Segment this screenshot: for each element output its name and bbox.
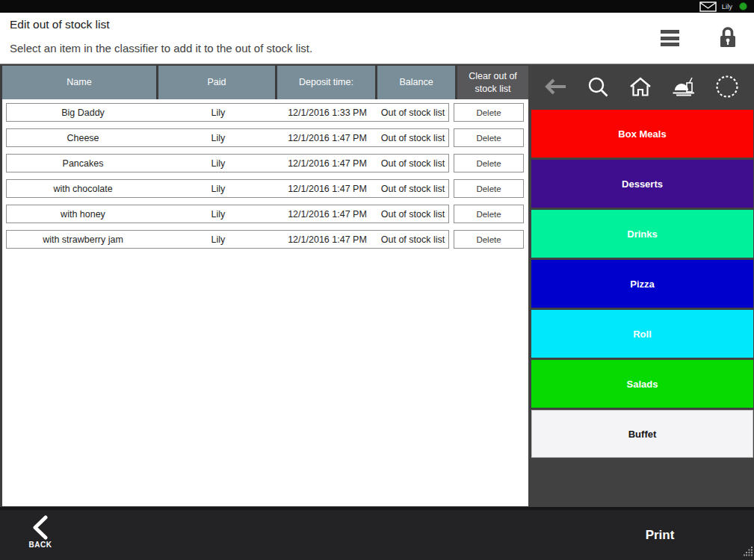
row-paid: Lily — [159, 184, 277, 194]
category-button[interactable]: Drinks — [531, 210, 753, 258]
resize-grip-icon[interactable] — [744, 546, 753, 559]
back-arrow-icon[interactable] — [543, 77, 568, 96]
system-tray-bar: Lily — [0, 0, 754, 13]
online-status-dot — [739, 2, 747, 10]
row-paid: Lily — [159, 209, 277, 220]
category-button[interactable]: Desserts — [531, 160, 753, 208]
row-deposit-time: 12/1/2016 1:33 PM — [277, 108, 377, 118]
row-name: Pancakes — [7, 158, 159, 169]
category-button[interactable]: Buffet — [531, 410, 753, 458]
lock-icon — [718, 26, 738, 49]
row-box: Cheese Lily 12/1/2016 1:47 PM Out of sto… — [6, 128, 449, 147]
row-deposit-time: 12/1/2016 1:47 PM — [277, 234, 377, 245]
bottom-bar: BACK Print — [0, 507, 754, 560]
column-header-balance: Balance — [377, 66, 457, 99]
delete-button[interactable]: Delete — [454, 205, 524, 223]
print-button[interactable]: Print — [605, 510, 714, 560]
row-paid: Lily — [159, 133, 277, 143]
row-box: Pancakes Lily 12/1/2016 1:47 PM Out of s… — [6, 154, 449, 172]
delete-button[interactable]: Delete — [454, 230, 524, 249]
table-row: with chocolate Lily 12/1/2016 1:47 PM Ou… — [6, 179, 528, 198]
row-balance: Out of stock list — [377, 184, 448, 194]
delete-button[interactable]: Delete — [454, 128, 524, 147]
logged-in-user: Lily — [722, 2, 732, 10]
row-balance: Out of stock list — [377, 158, 448, 169]
out-of-stock-table: Name Paid Deposit time: Balance Clear ou… — [2, 66, 528, 506]
hamburger-bar — [661, 43, 679, 46]
row-name: Big Daddy — [7, 108, 159, 118]
table-row: Big Daddy Lily 12/1/2016 1:33 PM Out of … — [6, 103, 528, 122]
column-header-deposit-time: Deposit time: — [277, 66, 377, 99]
home-icon[interactable] — [628, 76, 652, 97]
row-name: Cheese — [7, 133, 159, 143]
delete-button[interactable]: Delete — [454, 154, 524, 172]
hamburger-menu-button[interactable] — [661, 30, 679, 46]
meal-icon[interactable] — [672, 76, 696, 97]
page-title: Edit out of stock list — [10, 18, 110, 31]
row-box: with chocolate Lily 12/1/2016 1:47 PM Ou… — [6, 179, 449, 198]
row-name: with strawberry jam — [7, 234, 159, 245]
row-box: with honey Lily 12/1/2016 1:47 PM Out of… — [6, 205, 449, 223]
category-button[interactable]: Box Meals — [531, 110, 753, 158]
column-header-name: Name — [2, 66, 158, 99]
row-balance: Out of stock list — [377, 209, 448, 220]
page-header: Edit out of stock list Select an item in… — [0, 13, 754, 64]
row-balance: Out of stock list — [377, 108, 448, 118]
clear-out-of-stock-list-button[interactable]: Clear out of stock list — [457, 66, 528, 99]
row-deposit-time: 12/1/2016 1:47 PM — [277, 133, 377, 143]
row-name: with honey — [7, 209, 159, 220]
chevron-left-icon — [31, 515, 49, 540]
search-icon[interactable] — [587, 75, 609, 98]
row-deposit-time: 12/1/2016 1:47 PM — [277, 184, 377, 194]
row-deposit-time: 12/1/2016 1:47 PM — [277, 209, 377, 220]
row-paid: Lily — [159, 108, 277, 118]
delete-button[interactable]: Delete — [454, 103, 524, 122]
category-button[interactable]: Pizza — [531, 260, 753, 308]
category-button[interactable]: Roll — [531, 310, 753, 358]
row-paid: Lily — [159, 234, 277, 245]
delete-button[interactable]: Delete — [454, 179, 524, 198]
page-subtitle: Select an item in the classifier to add … — [10, 42, 312, 55]
hamburger-bar — [661, 30, 679, 34]
hamburger-bar — [661, 37, 679, 40]
lock-button[interactable] — [718, 26, 738, 49]
row-balance: Out of stock list — [377, 234, 448, 245]
row-name: with chocolate — [7, 184, 159, 194]
category-button[interactable]: Salads — [531, 360, 753, 408]
category-list: Box MealsDessertsDrinksPizzaRollSaladsBu… — [528, 108, 754, 458]
row-box: Big Daddy Lily 12/1/2016 1:33 PM Out of … — [6, 103, 449, 122]
row-deposit-time: 12/1/2016 1:47 PM — [277, 158, 377, 169]
back-button[interactable]: BACK — [18, 515, 63, 549]
envelope-icon[interactable] — [699, 1, 717, 12]
table-body: Big Daddy Lily 12/1/2016 1:33 PM Out of … — [2, 99, 528, 249]
table-row: Pancakes Lily 12/1/2016 1:47 PM Out of s… — [6, 154, 528, 172]
dashed-circle-icon[interactable] — [714, 74, 740, 99]
back-button-label: BACK — [29, 541, 52, 549]
table-header: Name Paid Deposit time: Balance Clear ou… — [2, 66, 528, 99]
column-header-paid: Paid — [158, 66, 277, 99]
table-row: Cheese Lily 12/1/2016 1:47 PM Out of sto… — [6, 128, 528, 147]
row-balance: Out of stock list — [377, 133, 448, 143]
classifier-nav-bar — [528, 64, 754, 108]
table-row: with honey Lily 12/1/2016 1:47 PM Out of… — [6, 205, 528, 223]
row-paid: Lily — [159, 158, 277, 169]
table-row: with strawberry jam Lily 12/1/2016 1:47 … — [6, 230, 528, 249]
classifier-panel: Box MealsDessertsDrinksPizzaRollSaladsBu… — [528, 64, 754, 509]
row-box: with strawberry jam Lily 12/1/2016 1:47 … — [6, 230, 449, 249]
